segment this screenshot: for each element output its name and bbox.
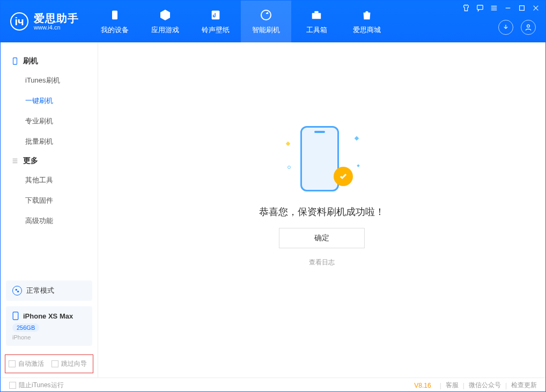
cube-icon: [158, 8, 172, 22]
sidebar: 刷机 iTunes刷机 一键刷机 专业刷机 批量刷机 更多 其他工具 下载固件 …: [1, 42, 98, 378]
device-storage-badge: 256GB: [12, 323, 39, 332]
phone-illustration-icon: [300, 126, 339, 191]
svg-rect-7: [13, 58, 17, 64]
sidebar-item-other[interactable]: 其他工具: [1, 170, 98, 190]
menu-icon[interactable]: [490, 4, 498, 12]
maximize-icon[interactable]: [518, 4, 526, 12]
header-actions: [498, 20, 536, 35]
svg-rect-3: [314, 11, 318, 13]
confirm-button[interactable]: 确定: [279, 228, 365, 248]
device-small-icon: [11, 57, 19, 65]
view-log-link[interactable]: 查看日志: [309, 258, 335, 267]
tab-device[interactable]: 我的设备: [90, 1, 140, 42]
tab-store[interactable]: 爱思商城: [342, 1, 392, 42]
nav-tabs: 我的设备 应用游戏 铃声壁纸 智能刷机 工具箱 爱思商城: [90, 1, 392, 42]
phone-small-icon: [12, 312, 19, 320]
device-type-label: iPhone: [12, 334, 86, 341]
toolbox-icon: [309, 8, 323, 22]
checkbox-skip-guide[interactable]: 跳过向导: [51, 359, 87, 368]
window-controls: [462, 4, 540, 12]
support-link[interactable]: 客服: [446, 381, 459, 390]
checkbox-icon: [9, 360, 16, 367]
tab-apps[interactable]: 应用游戏: [140, 1, 190, 42]
svg-rect-1: [212, 11, 220, 20]
spark-icon: [287, 166, 291, 169]
sidebar-item-itunes[interactable]: iTunes刷机: [1, 70, 98, 91]
logo-icon: iч: [10, 12, 28, 31]
spark-icon: [286, 142, 290, 146]
highlighted-options: 自动激活 跳过向导: [5, 354, 93, 373]
bag-icon: [360, 8, 374, 22]
list-icon: [11, 157, 19, 165]
sidebar-item-firmware[interactable]: 下载固件: [1, 190, 98, 211]
mode-icon: [12, 286, 22, 295]
svg-rect-4: [477, 5, 483, 10]
tab-ringtone[interactable]: 铃声壁纸: [190, 1, 241, 42]
svg-point-6: [527, 25, 530, 27]
skin-icon[interactable]: [462, 4, 470, 12]
tab-toolbox[interactable]: 工具箱: [291, 1, 342, 42]
sidebar-group-more: 更多: [1, 152, 98, 170]
sidebar-item-batch[interactable]: 批量刷机: [1, 131, 98, 152]
logo-area: iч 爱思助手 www.i4.cn: [1, 1, 90, 42]
music-icon: [209, 8, 223, 22]
refresh-shield-icon: [259, 8, 273, 22]
header: iч 爱思助手 www.i4.cn 我的设备 应用游戏 铃声壁纸 智能刷机 工具…: [1, 1, 545, 42]
spark-icon: [357, 164, 360, 167]
sidebar-item-advanced[interactable]: 高级功能: [1, 211, 98, 231]
checkbox-auto-activate[interactable]: 自动激活: [9, 359, 44, 368]
download-icon[interactable]: [498, 20, 513, 35]
svg-point-8: [16, 289, 17, 291]
svg-rect-10: [13, 312, 18, 320]
wechat-link[interactable]: 微信公众号: [469, 381, 501, 390]
feedback-icon[interactable]: [476, 4, 484, 12]
sidebar-group-flash: 刷机: [1, 52, 98, 70]
version-label: V8.16: [414, 382, 431, 389]
footer: 阻止iTunes运行 V8.16 | 客服 | 微信公众号 | 检查更新: [1, 378, 545, 392]
check-badge-icon: [334, 167, 353, 186]
app-title: 爱思助手: [34, 12, 79, 24]
device-mode-box[interactable]: 正常模式: [6, 280, 92, 301]
app-url: www.i4.cn: [34, 24, 79, 31]
tab-flash[interactable]: 智能刷机: [241, 1, 291, 42]
minimize-icon[interactable]: [504, 4, 512, 12]
close-icon[interactable]: [532, 4, 540, 12]
checkbox-icon: [9, 382, 16, 389]
update-link[interactable]: 检查更新: [511, 381, 537, 390]
user-icon[interactable]: [521, 20, 536, 35]
svg-rect-5: [520, 6, 525, 11]
phone-icon: [108, 8, 122, 22]
checkbox-icon: [51, 360, 58, 367]
device-mode-label: 正常模式: [26, 286, 54, 295]
svg-point-9: [17, 291, 19, 292]
success-illustration: [284, 121, 359, 196]
sidebar-item-pro[interactable]: 专业刷机: [1, 111, 98, 131]
device-name-label: iPhone XS Max: [23, 312, 73, 320]
svg-rect-2: [312, 13, 321, 19]
svg-rect-0: [112, 11, 117, 20]
spark-icon: [355, 136, 359, 140]
success-message: 恭喜您，保资料刷机成功啦！: [259, 205, 385, 218]
device-info-box[interactable]: iPhone XS Max 256GB iPhone: [6, 306, 92, 346]
checkbox-block-itunes[interactable]: 阻止iTunes运行: [9, 381, 64, 390]
main-content: 恭喜您，保资料刷机成功啦！ 确定 查看日志: [98, 42, 545, 378]
sidebar-item-onekey[interactable]: 一键刷机: [1, 91, 98, 111]
